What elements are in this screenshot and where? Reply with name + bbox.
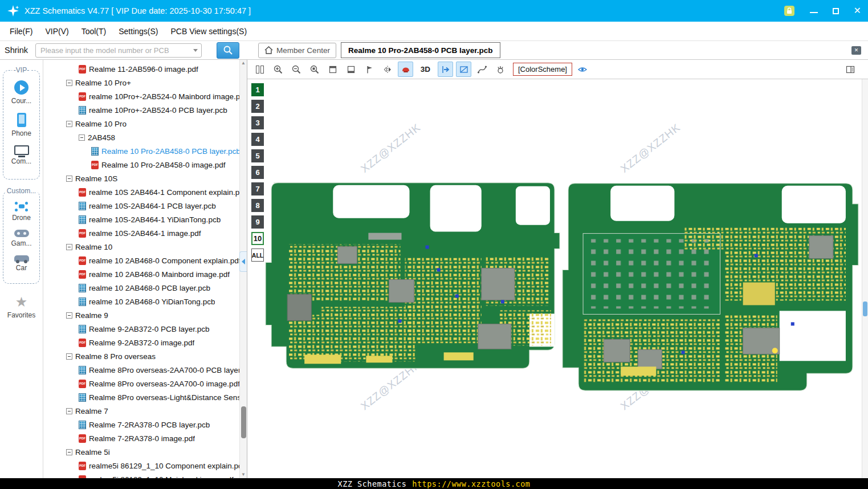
sidebar-item-course[interactable]: Cour...: [5, 80, 38, 105]
tree-item[interactable]: realme5i 86129_1_10 Component explain.pd…: [43, 459, 239, 472]
close-view-icon[interactable]: [851, 46, 861, 55]
tree-item[interactable]: realme 10S-2AB464-1 YiDianTong.pcb: [43, 213, 239, 226]
layer-button[interactable]: ALL: [251, 248, 264, 262]
tree-scrollbar-thumb[interactable]: [241, 406, 246, 438]
layer-button[interactable]: 8: [251, 199, 264, 212]
tree-item[interactable]: Realme 10 Pro-2AB458-0 PCB layer.pcb: [43, 144, 239, 158]
sidebar-item-computer[interactable]: Com...: [5, 145, 38, 165]
mirror-flip-button[interactable]: [380, 62, 395, 77]
maximize-button[interactable]: [833, 8, 839, 14]
collapse-minus-icon[interactable]: [66, 408, 72, 414]
tree-item[interactable]: realme 10 2AB468-0 YiDianTong.pcb: [43, 295, 239, 308]
tree-item[interactable]: Realme 10 Pro-2AB458-0 image.pdf: [43, 158, 239, 172]
collapse-tree-handle[interactable]: [239, 251, 247, 272]
tree-item[interactable]: realme5i 86129_1_10 Mainbord image.pdf: [43, 472, 239, 478]
menu-item[interactable]: PCB View settings(S): [164, 27, 253, 36]
search-button[interactable]: [217, 42, 239, 59]
sidebar-item-drone[interactable]: Drone: [5, 201, 38, 222]
pcb-canvas[interactable]: XZZ@XZZHK XZZ@XZZHK XZZ@XZZHK XZZ@XZZHK: [247, 79, 868, 478]
tree-item[interactable]: realme 10Pro+-2AB524-0 Mainbord image.pd…: [43, 89, 239, 103]
tree-item[interactable]: realme 10S-2AB464-1 image.pdf: [43, 226, 239, 240]
tree-item[interactable]: Realme 8Pro overseas-2AA700-0 image.pdf: [43, 377, 239, 390]
tree-item[interactable]: Realme 9-2AB372-0 PCB layer.pcb: [43, 322, 239, 336]
tree-item[interactable]: Realme 9: [43, 308, 239, 322]
member-center-button[interactable]: Member Center: [258, 43, 336, 58]
tree-item[interactable]: Realme 7-2RA378-0 PCB layer.pcb: [43, 418, 239, 431]
shrink-button[interactable]: Shrink: [5, 46, 28, 55]
tree-item[interactable]: realme 10 2AB468-0 Component explain.pdf: [43, 254, 239, 267]
tree-item[interactable]: Realme 10: [43, 240, 239, 254]
tree-item[interactable]: realme 10Pro+-2AB524-0 PCB layer.pcb: [43, 103, 239, 117]
layer-button[interactable]: 1: [251, 83, 264, 96]
statusbar-url[interactable]: https://www.xzztools.com: [412, 479, 530, 488]
tree-item[interactable]: realme 10S 2AB464-1 Component explain.pd…: [43, 185, 239, 199]
dual-view-button[interactable]: [252, 62, 267, 77]
layer-button[interactable]: 3: [251, 116, 264, 129]
colorscheme-button[interactable]: [ColorScheme]: [513, 63, 572, 76]
sidebar-item-car[interactable]: Car: [5, 255, 38, 272]
menu-item[interactable]: Tool(T): [75, 27, 113, 36]
board-back-button[interactable]: [343, 62, 358, 77]
tree-item[interactable]: realme 10 2AB468-0 PCB layer.pcb: [43, 281, 239, 295]
collapse-minus-icon[interactable]: [66, 244, 72, 250]
document-tab[interactable]: Realme 10 Pro-2AB458-0 PCB layer.pcb: [341, 42, 500, 58]
layer-button[interactable]: 10: [251, 232, 264, 245]
search-input[interactable]: [35, 43, 202, 58]
sidebar-item-game[interactable]: Gam...: [5, 230, 38, 247]
viewer-scrollbar[interactable]: [862, 79, 868, 478]
tree-item[interactable]: Realme 7: [43, 404, 239, 418]
collapse-minus-icon[interactable]: [66, 449, 72, 455]
collapse-minus-icon[interactable]: [66, 176, 72, 182]
layer-button[interactable]: 2: [251, 100, 264, 113]
viewer-scrollbar-thumb[interactable]: [863, 301, 867, 316]
collapse-minus-icon[interactable]: [66, 312, 72, 319]
zoom-in-button[interactable]: [270, 62, 286, 77]
dropdown-caret-icon[interactable]: [193, 49, 198, 52]
3d-view-button[interactable]: 3D: [416, 62, 435, 77]
layers-panel-button[interactable]: [842, 62, 858, 77]
grab-tool-button[interactable]: [492, 62, 508, 77]
menu-item[interactable]: File(F): [3, 27, 39, 36]
collapse-minus-icon[interactable]: [79, 135, 85, 141]
menu-item[interactable]: VIP(V): [39, 27, 75, 36]
pcb-board-back[interactable]: [563, 184, 858, 390]
tree-item[interactable]: Realme 11-2AB596-0 image.pdf: [43, 62, 239, 76]
collapse-minus-icon[interactable]: [66, 80, 72, 86]
board-front-button[interactable]: [325, 62, 340, 77]
layer-button[interactable]: 6: [251, 166, 264, 179]
tree-item[interactable]: Realme 9-2AB372-0 image.pdf: [43, 336, 239, 349]
layer-button[interactable]: 9: [251, 215, 264, 229]
collapse-minus-icon[interactable]: [66, 121, 72, 127]
tree-item[interactable]: Realme 5i: [43, 445, 239, 459]
trace-curve-button[interactable]: [474, 62, 490, 77]
scroll-up-icon[interactable]: [241, 61, 246, 66]
tree-item[interactable]: realme 10 2AB468-0 Mainbord image.pdf: [43, 267, 239, 281]
tree-item[interactable]: Realme 8Pro overseas-Light&Distance Sens…: [43, 390, 239, 404]
layer-button[interactable]: 4: [251, 133, 264, 146]
eye-visibility-button[interactable]: [575, 62, 590, 77]
scroll-down-icon[interactable]: [241, 472, 246, 477]
tree-item[interactable]: 2AB458: [43, 131, 239, 144]
zoom-reset-button[interactable]: [307, 62, 322, 77]
menu-item[interactable]: Settings(S): [112, 27, 164, 36]
sidebar-item-phone[interactable]: Phone: [5, 113, 38, 137]
minimize-button[interactable]: [810, 12, 818, 13]
snapshot-button[interactable]: [456, 62, 471, 77]
pcb-board-front[interactable]: [266, 183, 560, 369]
layer-button[interactable]: 5: [251, 149, 264, 162]
zoom-out-button[interactable]: [288, 62, 304, 77]
tree-item[interactable]: Realme 7-2RA378-0 image.pdf: [43, 431, 239, 445]
silkscreen-toggle-button[interactable]: [398, 62, 413, 77]
layer-button[interactable]: 7: [251, 182, 264, 195]
tree-item[interactable]: Realme 8Pro overseas-2AA700-0 PCB layer.…: [43, 363, 239, 377]
collapse-minus-icon[interactable]: [66, 353, 72, 360]
jump-side-button[interactable]: [438, 62, 453, 77]
sidebar-item-favorites[interactable]: Favorites: [0, 295, 43, 319]
tree-item[interactable]: Realme 10 Pro+: [43, 76, 239, 89]
tree-item[interactable]: realme 10S-2AB464-1 PCB layer.pcb: [43, 199, 239, 213]
flag-button[interactable]: [361, 62, 377, 77]
tree-item[interactable]: Realme 10S: [43, 172, 239, 185]
tree-item[interactable]: Realme 10 Pro: [43, 117, 239, 131]
tree-item[interactable]: Realme 8 Pro overseas: [43, 349, 239, 363]
close-button[interactable]: [854, 6, 861, 15]
